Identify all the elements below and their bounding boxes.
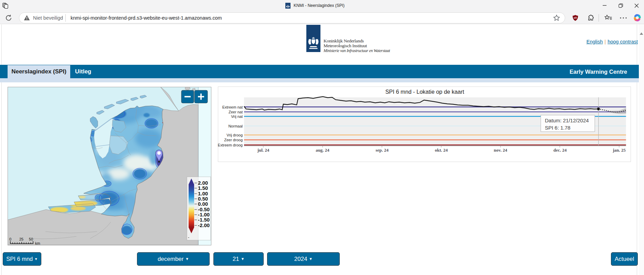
svg-text:Extreem droog: Extreem droog xyxy=(218,143,243,147)
svg-text:Datum: 21/12/2024: Datum: 21/12/2024 xyxy=(545,118,589,123)
svg-text:1.50: 1.50 xyxy=(198,185,208,191)
svg-text:-2.00: -2.00 xyxy=(198,222,210,228)
svg-text:-1.50: -1.50 xyxy=(198,217,210,223)
svg-text:-: - xyxy=(188,235,189,240)
svg-text:uO: uO xyxy=(574,17,577,19)
svg-text:km: km xyxy=(35,241,40,245)
svg-text:SPI 6: 1.78: SPI 6: 1.78 xyxy=(545,125,570,131)
svg-text:nov. 24: nov. 24 xyxy=(494,147,507,153)
svg-text:25: 25 xyxy=(19,237,23,241)
svg-text:jan. 25: jan. 25 xyxy=(612,147,626,153)
svg-text:Zeer nat: Zeer nat xyxy=(229,110,243,114)
svg-text:Extreem nat: Extreem nat xyxy=(222,105,243,109)
svg-text:jul. 24: jul. 24 xyxy=(257,147,270,153)
svg-text:0: 0 xyxy=(9,237,11,241)
svg-text:dec. 24: dec. 24 xyxy=(553,147,567,153)
svg-text:Vrij droog: Vrij droog xyxy=(226,133,243,137)
svg-text:SPI 6 mnd - Lokatie op de kaar: SPI 6 mnd - Lokatie op de kaart xyxy=(386,89,464,95)
svg-text:sep. 24: sep. 24 xyxy=(376,147,389,153)
svg-text:Vrij nat: Vrij nat xyxy=(231,114,243,119)
svg-text:okt. 24: okt. 24 xyxy=(435,147,448,153)
svg-text:0.00: 0.00 xyxy=(198,201,208,207)
svg-text:50: 50 xyxy=(29,237,33,241)
svg-text:Normaal: Normaal xyxy=(228,124,243,128)
svg-text:Zeer droog: Zeer droog xyxy=(224,138,243,142)
svg-text:aug. 24: aug. 24 xyxy=(316,147,329,153)
